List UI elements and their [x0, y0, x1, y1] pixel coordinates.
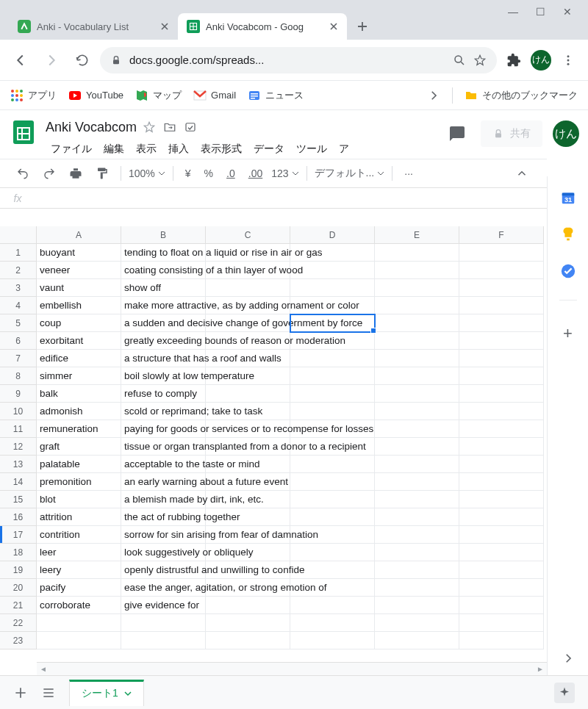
cell[interactable]	[206, 279, 290, 297]
scroll-right-button[interactable]: ►	[537, 665, 544, 673]
kebab-menu-button[interactable]	[556, 48, 581, 73]
other-bookmarks[interactable]: その他のブックマーク	[465, 89, 578, 102]
percent-button[interactable]: %	[200, 165, 218, 182]
cell[interactable]	[459, 491, 544, 508]
gmail-bookmark[interactable]: Gmail	[193, 89, 236, 102]
close-window-button[interactable]: ✕	[563, 6, 572, 18]
star-icon[interactable]	[143, 120, 156, 134]
increase-decimal-button[interactable]: .00	[244, 165, 267, 182]
menu-edit[interactable]: 編集	[98, 140, 129, 159]
cell[interactable]: buoyant	[37, 244, 121, 262]
comments-button[interactable]	[444, 120, 470, 147]
cell[interactable]	[290, 367, 375, 385]
cell[interactable]	[459, 350, 544, 367]
fx-icon[interactable]: fx	[0, 192, 35, 204]
cell[interactable]	[206, 614, 290, 632]
cell[interactable]	[290, 385, 375, 403]
cell[interactable]: greatly exceeding bounds of reason or mo…	[121, 332, 206, 350]
cell[interactable]	[121, 632, 206, 649]
cell[interactable]	[459, 597, 544, 614]
apps-shortcut[interactable]: アプリ	[10, 89, 57, 102]
select-all-corner[interactable]	[0, 226, 37, 244]
scroll-left-button[interactable]: ◄	[40, 665, 47, 673]
cell[interactable]	[459, 314, 544, 332]
cell[interactable]: tissue or organ transplanted from a dono…	[121, 438, 206, 456]
cell[interactable]	[375, 579, 459, 597]
column-header[interactable]: F	[459, 226, 544, 244]
row-header[interactable]: 20	[0, 579, 37, 597]
cell[interactable]	[459, 579, 544, 597]
cell[interactable]: embellish	[37, 297, 121, 314]
cell[interactable]	[459, 438, 544, 456]
document-title[interactable]: Anki Vocabcom	[46, 120, 137, 135]
menu-insert[interactable]: 挿入	[163, 140, 194, 159]
column-header[interactable]: C	[206, 226, 290, 244]
cell[interactable]: refuse to comply	[121, 385, 206, 403]
horizontal-scrollbar[interactable]: ◄ ►	[37, 662, 547, 675]
cell[interactable]: palatable	[37, 456, 121, 473]
redo-button[interactable]	[38, 164, 60, 183]
zoom-dropdown[interactable]: 100%	[129, 168, 165, 179]
bookmarks-overflow-button[interactable]	[427, 89, 440, 102]
menu-data[interactable]: データ	[248, 140, 290, 159]
news-bookmark[interactable]: ニュース	[248, 89, 304, 102]
all-sheets-button[interactable]	[41, 685, 56, 700]
cell[interactable]	[459, 420, 544, 438]
cell[interactable]: corroborate	[37, 597, 121, 614]
cell[interactable]	[37, 614, 121, 632]
cell[interactable]	[375, 561, 459, 579]
cell[interactable]	[290, 614, 375, 632]
menu-view[interactable]: 表示	[131, 140, 162, 159]
cell[interactable]: show off	[121, 279, 206, 297]
star-icon[interactable]	[473, 54, 487, 67]
cell[interactable]	[290, 632, 375, 649]
sheets-logo-icon[interactable]	[9, 118, 38, 147]
cell[interactable]	[290, 279, 375, 297]
cell[interactable]	[375, 438, 459, 456]
cell[interactable]	[290, 508, 375, 526]
cell[interactable]: balk	[37, 385, 121, 403]
share-button[interactable]: 共有	[481, 120, 542, 147]
cell[interactable]	[121, 614, 206, 632]
cell[interactable]: look suggestively or obliquely	[121, 544, 206, 561]
cell[interactable]: tending to float on a liquid or rise in …	[121, 244, 206, 262]
row-header[interactable]: 10	[0, 403, 37, 420]
cell[interactable]	[290, 456, 375, 473]
cell[interactable]: paying for goods or services or to recom…	[121, 420, 206, 438]
cell[interactable]	[375, 614, 459, 632]
cell[interactable]	[37, 632, 121, 649]
cell[interactable]	[459, 456, 544, 473]
row-header[interactable]: 13	[0, 456, 37, 473]
cell[interactable]	[375, 350, 459, 367]
profile-avatar[interactable]: けん	[531, 50, 551, 71]
cell[interactable]: premonition	[37, 473, 121, 491]
cell[interactable]	[459, 614, 544, 632]
cell[interactable]: graft	[37, 438, 121, 456]
cell[interactable]	[375, 314, 459, 332]
cell[interactable]	[290, 473, 375, 491]
cell[interactable]	[375, 473, 459, 491]
cell[interactable]	[375, 367, 459, 385]
row-header[interactable]: 18	[0, 544, 37, 561]
tasks-icon[interactable]	[560, 263, 576, 279]
cell[interactable]: attrition	[37, 508, 121, 526]
row-header[interactable]: 8	[0, 367, 37, 385]
cell[interactable]: admonish	[37, 403, 121, 420]
cell[interactable]	[459, 561, 544, 579]
menu-format[interactable]: 表示形式	[196, 140, 247, 159]
account-avatar[interactable]: けん	[553, 120, 579, 147]
cell[interactable]: vaunt	[37, 279, 121, 297]
cloud-status-icon[interactable]	[184, 120, 197, 134]
row-header[interactable]: 5	[0, 314, 37, 332]
cell[interactable]	[459, 403, 544, 420]
cell[interactable]	[290, 314, 375, 332]
forward-button[interactable]	[38, 47, 65, 73]
cell[interactable]	[459, 544, 544, 561]
cell[interactable]	[459, 385, 544, 403]
row-header[interactable]: 6	[0, 332, 37, 350]
row-header[interactable]: 9	[0, 385, 37, 403]
cell[interactable]	[459, 632, 544, 649]
cell[interactable]: an early warning about a future event	[121, 473, 206, 491]
column-header[interactable]: A	[37, 226, 121, 244]
cell[interactable]	[206, 385, 290, 403]
